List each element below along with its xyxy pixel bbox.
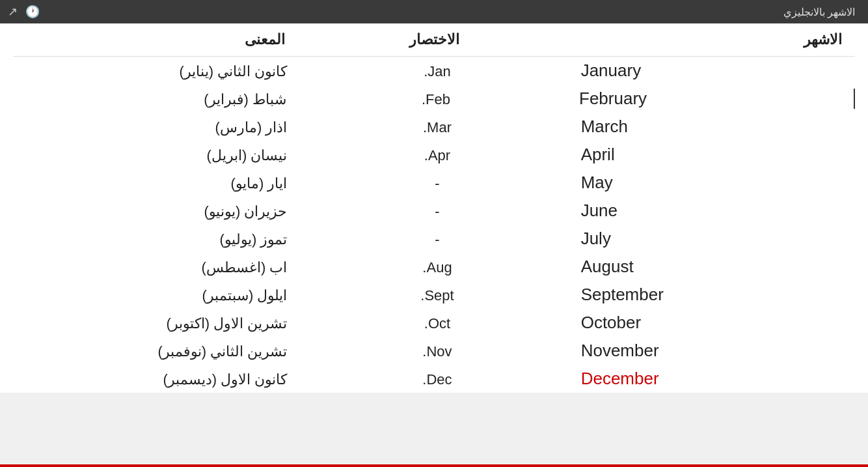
header-month: الاشهر xyxy=(570,31,855,48)
table-header: المعنى الاختصار الاشهر xyxy=(13,23,855,57)
main-content: المعنى الاختصار الاشهر كانون الثاني (ينا… xyxy=(0,23,868,393)
cell-english: March xyxy=(575,117,855,137)
cell-english: April xyxy=(575,145,855,165)
cell-abbr: Feb. xyxy=(299,91,573,108)
table-row: اذار (مارس)Mar.March xyxy=(13,113,855,141)
cell-abbr: - xyxy=(300,175,574,192)
cell-english: January xyxy=(575,61,855,81)
cell-arabic: كانون الاول (ديسمبر) xyxy=(13,371,300,388)
table-row: ايلول (سبتمبر)Sept.September xyxy=(13,281,855,309)
cell-abbr: - xyxy=(300,231,574,248)
table-row: شباط (فبراير)Feb.February xyxy=(13,85,855,113)
clock-icon[interactable]: 🕐 xyxy=(25,5,40,19)
table-row: تشرين الاول (اكتوبر)Oct.October xyxy=(13,309,855,337)
page-title: الاشهر بالانجليزي xyxy=(783,6,855,18)
cell-abbr: Dec. xyxy=(300,371,574,388)
table-row: نيسان (ابريل)Apr.April xyxy=(13,141,855,169)
header-abbr: الاختصار xyxy=(298,31,570,48)
cell-english: December xyxy=(575,369,855,389)
table-row: ايار (مايو)-May xyxy=(13,169,855,197)
top-bar: ↗ 🕐 الاشهر بالانجليزي xyxy=(0,0,868,23)
table-row: اب (اغسطس)Aug.August xyxy=(13,253,855,281)
cell-english: August xyxy=(575,257,855,277)
table-row: كانون الاول (ديسمبر)Dec.December xyxy=(13,365,855,393)
cell-english: May xyxy=(575,173,855,193)
cell-english: October xyxy=(575,313,855,333)
table-row: تشرين الثاني (نوفمبر)Nov.November xyxy=(13,337,855,365)
cell-abbr: Jan. xyxy=(300,63,574,80)
cell-english: September xyxy=(575,285,855,305)
cell-arabic: تشرين الثاني (نوفمبر) xyxy=(13,343,300,360)
cell-arabic: تشرين الاول (اكتوبر) xyxy=(13,315,300,332)
cell-arabic: كانون الثاني (يناير) xyxy=(13,63,300,80)
table-row: كانون الثاني (يناير)Jan.January xyxy=(13,57,855,85)
share-icon[interactable]: ↗ xyxy=(8,5,18,19)
cell-arabic: نيسان (ابريل) xyxy=(13,147,300,164)
cell-arabic: اذار (مارس) xyxy=(13,119,300,136)
cell-english: July xyxy=(575,229,855,249)
months-table: كانون الثاني (يناير)Jan.Januaryشباط (فبر… xyxy=(13,57,855,393)
cell-english: November xyxy=(575,341,855,361)
header-meaning: المعنى xyxy=(13,31,298,48)
cell-english: June xyxy=(575,201,855,221)
cell-english: February xyxy=(573,89,855,109)
cell-arabic: حزيران (يونيو) xyxy=(13,203,300,220)
table-row: حزيران (يونيو)-June xyxy=(13,197,855,225)
cell-abbr: Oct. xyxy=(300,315,574,332)
cell-arabic: شباط (فبراير) xyxy=(13,91,299,108)
bottom-bar xyxy=(0,464,868,467)
cell-arabic: اب (اغسطس) xyxy=(13,259,300,276)
cell-abbr: Apr. xyxy=(300,147,574,164)
cell-arabic: تموز (يوليو) xyxy=(13,231,300,248)
cell-abbr: Nov. xyxy=(300,343,574,360)
cell-abbr: Aug. xyxy=(300,259,574,276)
table-row: تموز (يوليو)-July xyxy=(13,225,855,253)
cell-abbr: Mar. xyxy=(300,119,574,136)
cell-arabic: ايار (مايو) xyxy=(13,175,300,192)
cell-abbr: - xyxy=(300,203,574,220)
cell-abbr: Sept. xyxy=(300,287,574,304)
cell-arabic: ايلول (سبتمبر) xyxy=(13,287,300,304)
